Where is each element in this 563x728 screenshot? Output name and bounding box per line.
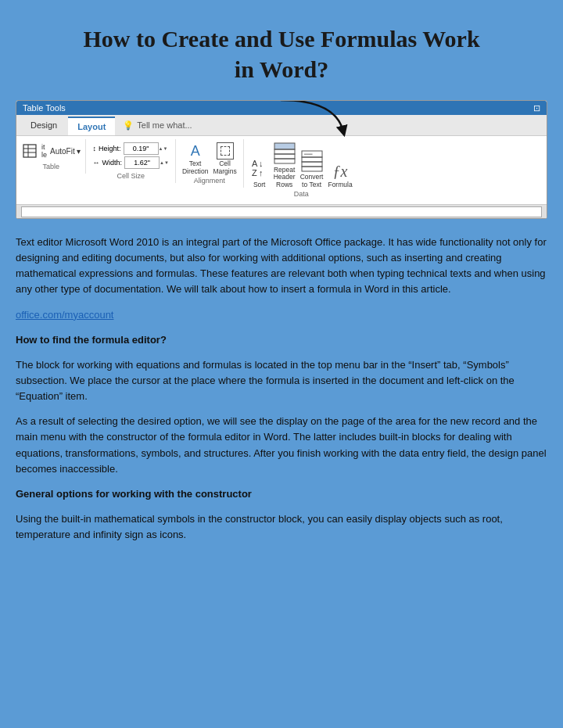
office-link[interactable]: office.com/myaccount <box>16 309 113 321</box>
page-title: How to Create and Use Formulas Work in W… <box>16 23 547 84</box>
autofit-label[interactable]: AutoFit ▾ <box>50 147 81 156</box>
tab-layout[interactable]: Layout <box>68 117 115 135</box>
svg-rect-13 <box>302 157 322 162</box>
section1-heading-para: How to find the formula editor? <box>16 332 547 348</box>
address-bar <box>21 206 542 217</box>
width-spinner[interactable]: ▲▼ <box>160 160 169 165</box>
svg-rect-15 <box>302 167 322 171</box>
svg-text:↓: ↓ <box>259 159 264 168</box>
section2-para: Using the built-in mathematical symbols … <box>16 511 547 543</box>
tab-design[interactable]: Design <box>21 117 66 134</box>
data-group-label: Data <box>294 190 309 198</box>
data-group: A ↓ Z ↑ Sort <box>244 139 359 201</box>
height-row: ↕ Height: 0.19" ▲▼ <box>92 142 168 155</box>
table-icon <box>21 142 38 160</box>
content-area: Text editor Microsoft Word 2010 is an in… <box>16 235 547 543</box>
section2-heading: General options for working with the con… <box>16 486 547 502</box>
ribbon-content: it le AutoFit ▾ Table ↕ Height: 0.19" <box>16 136 547 204</box>
sort-icon: A ↓ Z ↑ <box>250 156 269 181</box>
cell-size-group: ↕ Height: 0.19" ▲▼ ↔ Width: 1.62" ▲▼ <box>86 139 175 183</box>
cell-margins-icon <box>217 142 234 160</box>
sort-item[interactable]: A ↓ Z ↑ Sort <box>250 156 269 188</box>
link-paragraph: office.com/myaccount <box>16 307 547 323</box>
formula-label: Formula <box>328 181 352 188</box>
svg-text:═══: ═══ <box>303 152 313 156</box>
repeat-header-item[interactable]: RepeatHeaderRows <box>274 142 296 188</box>
word-screenshot: Table Tools ⊡ Design Layout 💡 Tell me wh… <box>16 100 547 219</box>
section2-heading-para: General options for working with the con… <box>16 486 547 502</box>
bottom-bar <box>16 204 547 218</box>
svg-text:Z: Z <box>252 168 257 178</box>
section1-para1: The block for working with equations and… <box>16 357 547 404</box>
height-icon: ↕ <box>92 145 96 152</box>
ribbon-window: Table Tools ⊡ Design Layout 💡 Tell me wh… <box>16 101 547 218</box>
alignment-label: Alignment <box>194 177 225 185</box>
cell-size-label: Cell Size <box>92 172 168 180</box>
autofit-group: it le <box>41 143 47 159</box>
svg-rect-9 <box>274 149 295 154</box>
height-spinner[interactable]: ▲▼ <box>159 146 168 151</box>
repeat-header-label: RepeatHeaderRows <box>274 167 296 188</box>
svg-rect-11 <box>274 159 295 163</box>
arrow-indicator <box>273 100 367 146</box>
width-label: Width: <box>102 159 122 167</box>
text-direction-item[interactable]: A TextDirection <box>182 143 209 175</box>
convert-text-label: Convertto Text <box>300 174 324 188</box>
svg-rect-0 <box>23 145 36 157</box>
sort-label: Sort <box>253 181 266 188</box>
section1-heading: How to find the formula editor? <box>16 332 547 348</box>
left-side-group: it le AutoFit ▾ Table <box>16 139 86 174</box>
lightbulb-icon: 💡 <box>123 120 134 131</box>
cell-margins-item[interactable]: CellMargins <box>213 142 236 175</box>
alignment-group: A TextDirection CellMargins Alignment <box>176 139 244 188</box>
left-icons-row: it le AutoFit ▾ <box>21 142 81 160</box>
title-line2: in Word? <box>235 56 328 82</box>
svg-rect-14 <box>302 162 322 167</box>
title-line1: How to Create and Use Formulas Work <box>83 26 479 52</box>
page-card: How to Create and Use Formulas Work in W… <box>16 23 547 552</box>
window-controls: ⊡ <box>533 103 540 113</box>
cell-margins-label: CellMargins <box>213 160 236 175</box>
formula-icon: ƒx <box>333 163 348 181</box>
intro-paragraph: Text editor Microsoft Word 2010 is an in… <box>16 235 547 298</box>
height-input[interactable]: 0.19" <box>124 142 159 155</box>
formula-item[interactable]: ƒx Formula <box>328 163 352 188</box>
text-direction-label: TextDirection <box>182 160 209 175</box>
data-icons-row: A ↓ Z ↑ Sort <box>250 142 353 188</box>
width-input[interactable]: 1.62" <box>124 156 160 169</box>
width-icon: ↔ <box>92 159 99 167</box>
text-direction-icon: A <box>191 143 200 160</box>
width-row: ↔ Width: 1.62" ▲▼ <box>92 156 168 169</box>
ribbon-title-text: Table Tools <box>23 103 66 113</box>
svg-rect-10 <box>274 154 295 159</box>
convert-text-item[interactable]: ═══ Convertto Text <box>300 150 324 188</box>
table-group-label: Table <box>21 163 81 170</box>
tell-me-box[interactable]: 💡 Tell me what... <box>123 120 192 131</box>
height-label: Height: <box>99 145 121 152</box>
tell-me-text: Tell me what... <box>137 120 192 130</box>
convert-text-icon: ═══ <box>301 150 323 174</box>
svg-text:A: A <box>252 159 258 168</box>
section1-para2: As a result of selecting the desired opt… <box>16 414 547 477</box>
alignment-icons: A TextDirection CellMargins <box>182 142 237 175</box>
svg-text:↑: ↑ <box>259 168 264 178</box>
